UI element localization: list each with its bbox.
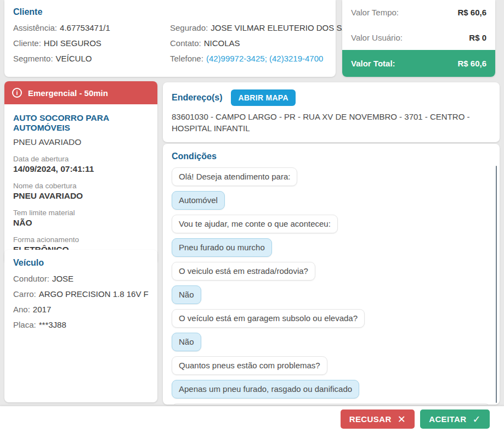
vehicle-fields: Condutor:JOSE Carro:ARGO PRECISION 1.8 1… bbox=[13, 271, 149, 333]
service-field-value: 14/09/2024, 07:41:11 bbox=[13, 164, 149, 174]
vehicle-field-value: 2017 bbox=[33, 305, 51, 314]
address-text: 83601030 - CAMPO LARGO - PR - RUA XV DE … bbox=[172, 111, 491, 134]
reject-button-label: RECUSAR bbox=[349, 414, 392, 424]
chat-bubble: Está com alguma criança, idoso, gestante… bbox=[172, 403, 490, 405]
chat-bubble: Quantos pneus estão com problemas? bbox=[172, 356, 327, 375]
service-field-label: Data de abertura bbox=[13, 155, 149, 163]
chat-bubble: Apenas um pneu furado, rasgado ou danifi… bbox=[172, 380, 359, 399]
vehicle-field-value: ARGO PRECISION 1.8 16V F bbox=[39, 289, 149, 299]
vehicle-field-row: Carro:ARGO PRECISION 1.8 16V F bbox=[13, 287, 149, 302]
vehicle-field-label: Placa: bbox=[13, 320, 36, 329]
client-info-right-column: Segurado:JOSE VILMAR ELEUTERIO DOS SANTO… bbox=[170, 20, 370, 66]
address-header: Endereço(s) ABRIR MAPA bbox=[172, 89, 491, 106]
conditions-scrollbar[interactable] bbox=[496, 166, 497, 403]
service-field: Tem limite material NÃO bbox=[13, 209, 149, 228]
vehicle-field-label: Condutor: bbox=[13, 274, 49, 283]
segment-row: Segmento:VEÍCULO bbox=[13, 51, 170, 66]
vehicle-field-row: Ano:2017 bbox=[13, 302, 149, 317]
service-field-label: Forma acionamento bbox=[13, 235, 149, 244]
chat-bubble: Pneu furado ou murcho bbox=[172, 238, 272, 257]
reject-button[interactable]: RECUSAR ✕ bbox=[341, 409, 415, 429]
contact-name: NICOLAS bbox=[204, 38, 240, 48]
address-card: Endereço(s) ABRIR MAPA 83601030 - CAMPO … bbox=[163, 82, 500, 142]
vehicle-card-title: Veículo bbox=[13, 258, 149, 268]
close-icon: ✕ bbox=[398, 414, 406, 424]
vehicle-field-label: Carro: bbox=[13, 289, 36, 299]
service-card: i Emergencial - 50min AUTO SOCORRO PARA … bbox=[4, 81, 157, 265]
chat-bubble: Vou te ajudar, me conte o que aconteceu: bbox=[172, 215, 338, 233]
action-bar: RECUSAR ✕ ACEITAR ✓ bbox=[0, 406, 504, 432]
vehicle-card: Veículo Condutor:JOSE Carro:ARGO PRECISI… bbox=[4, 250, 157, 402]
value-total: R$ 60,6 bbox=[457, 59, 486, 68]
phone-link[interactable]: (42)99972-3425; (42)3219-4700 bbox=[206, 54, 324, 63]
value-user: R$ 0 bbox=[469, 33, 486, 42]
vehicle-field-value: ***3J88 bbox=[39, 320, 66, 329]
service-fields: Data de abertura 14/09/2024, 07:41:11 No… bbox=[13, 155, 149, 255]
accept-button[interactable]: ACEITAR ✓ bbox=[420, 409, 490, 429]
address-card-title: Endereço(s) bbox=[172, 93, 222, 103]
service-field-value: NÃO bbox=[13, 218, 149, 228]
chat-bubble: Olá! Deseja atendimento para: bbox=[172, 167, 297, 186]
value-total-row: Valor Total:R$ 60,6 bbox=[342, 50, 495, 77]
vehicle-field-value: JOSE bbox=[52, 274, 73, 283]
assistance-number: 4.67753471/1 bbox=[60, 23, 110, 32]
vehicle-field-row: Placa:***3J88 bbox=[13, 317, 149, 333]
conditions-card: Condições Olá! Deseja atendimento para:A… bbox=[163, 144, 500, 405]
contact-row: Contato:NICOLAS bbox=[170, 36, 370, 51]
values-card: Valor Tempo:R$ 60,6 Valor Usuário:R$ 0 V… bbox=[342, 0, 495, 77]
conditions-card-title: Condições bbox=[172, 152, 491, 161]
accept-button-label: ACEITAR bbox=[429, 414, 466, 424]
client-card-title: Cliente bbox=[13, 7, 327, 17]
chat-bubble: O veiculo está em estrada/rodovia? bbox=[172, 262, 315, 280]
check-icon: ✓ bbox=[473, 414, 481, 424]
chat-bubble: O veículo está em garagem subsolo ou ele… bbox=[172, 309, 365, 328]
chat-bubble: Não bbox=[172, 285, 201, 304]
conditions-chat: Olá! Deseja atendimento para:AutomóvelVo… bbox=[172, 167, 491, 405]
vehicle-field-label: Ano: bbox=[13, 305, 30, 314]
service-field: Nome da cobertura PNEU AVARIADO bbox=[13, 182, 149, 201]
vehicle-field-row: Condutor:JOSE bbox=[13, 271, 149, 287]
chat-bubble: Automóvel bbox=[172, 191, 225, 210]
service-field-label: Tem limite material bbox=[13, 209, 149, 217]
emergency-banner: i Emergencial - 50min bbox=[4, 81, 157, 104]
info-icon: i bbox=[12, 88, 22, 98]
chat-bubble: Não bbox=[172, 333, 201, 351]
value-user-row: Valor Usuário:R$ 0 bbox=[342, 25, 495, 51]
client-info-grid: Assistência:4.67753471/1 Cliente:HDI SEG… bbox=[13, 20, 327, 66]
service-field-label: Nome da cobertura bbox=[13, 182, 149, 190]
value-time-row: Valor Tempo:R$ 60,6 bbox=[342, 0, 495, 25]
segment-value: VEÍCULO bbox=[56, 54, 92, 63]
service-subtitle: PNEU AVARIADO bbox=[13, 137, 149, 147]
assistance-number-row: Assistência:4.67753471/1 bbox=[13, 20, 170, 36]
service-title: AUTO SOCORRO PARA AUTOMÓVEIS bbox=[13, 113, 149, 133]
value-time: R$ 60,6 bbox=[457, 8, 486, 17]
service-field: Data de abertura 14/09/2024, 07:41:11 bbox=[13, 155, 149, 174]
emergency-banner-label: Emergencial - 50min bbox=[28, 88, 108, 98]
open-map-button[interactable]: ABRIR MAPA bbox=[231, 89, 295, 106]
client-name: HDI SEGUROS bbox=[44, 38, 101, 48]
client-info-left-column: Assistência:4.67753471/1 Cliente:HDI SEG… bbox=[13, 20, 170, 66]
client-card: Cliente Assistência:4.67753471/1 Cliente… bbox=[4, 0, 336, 77]
service-field-value: PNEU AVARIADO bbox=[13, 191, 149, 201]
phone-row: Telefone:(42)99972-3425; (42)3219-4700 bbox=[170, 51, 370, 66]
service-card-body: AUTO SOCORRO PARA AUTOMÓVEIS PNEU AVARIA… bbox=[4, 104, 157, 265]
insured-row: Segurado:JOSE VILMAR ELEUTERIO DOS SANTO… bbox=[170, 20, 370, 36]
client-name-row: Cliente:HDI SEGUROS bbox=[13, 36, 170, 51]
